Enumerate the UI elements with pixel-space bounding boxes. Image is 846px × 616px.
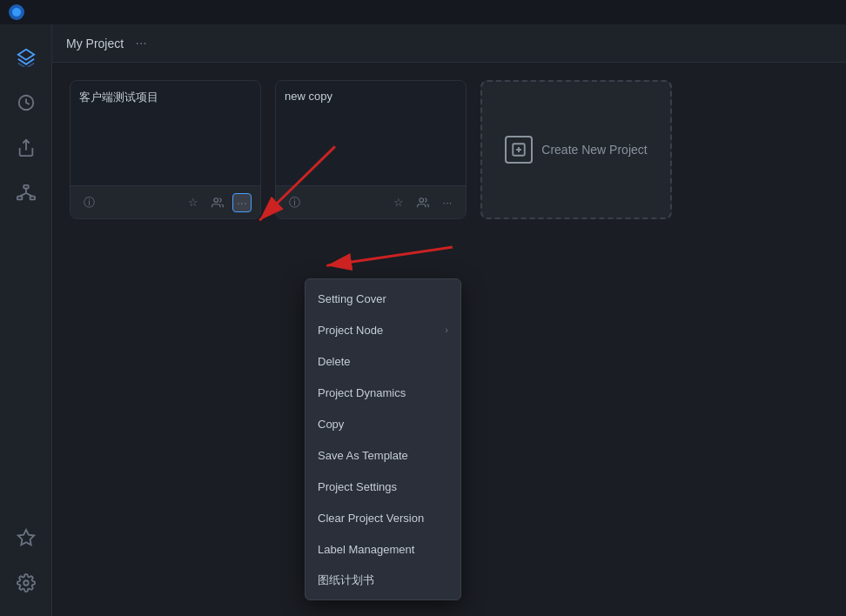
svg-point-12 xyxy=(24,580,29,586)
project-card-2-title: new copy xyxy=(285,90,332,103)
svg-marker-11 xyxy=(17,530,33,545)
project-card-1-dots-btn[interactable]: ··· xyxy=(232,193,252,212)
project-card-1-info-btn[interactable]: ⓘ xyxy=(79,193,98,212)
content-header: My Project ··· xyxy=(52,24,846,63)
context-menu-item-setting-cover[interactable]: Setting Cover xyxy=(306,283,460,314)
logo xyxy=(7,3,26,22)
project-card-1-title: 客户端测试项目 xyxy=(79,90,158,105)
svg-point-14 xyxy=(420,198,424,202)
context-menu-item-delete[interactable]: Delete xyxy=(306,345,460,377)
sidebar-item-layers[interactable] xyxy=(7,38,45,77)
sidebar-item-settings[interactable] xyxy=(7,564,45,602)
sidebar-item-share[interactable] xyxy=(7,129,45,167)
content-area: My Project ··· 客户端测试项目 ⓘ ☆ xyxy=(52,24,846,616)
project-card-2-users-btn[interactable] xyxy=(413,193,433,212)
sidebar-item-favorites[interactable] xyxy=(7,519,45,557)
project-card-2[interactable]: new copy ⓘ ☆ xyxy=(275,80,467,219)
context-menu-item-label-management[interactable]: Label Management xyxy=(306,533,460,565)
project-card-1-star-btn[interactable]: ☆ xyxy=(184,193,203,212)
svg-point-13 xyxy=(214,198,218,202)
context-menu-item-blueprint[interactable]: 图纸计划书 xyxy=(306,565,460,596)
context-menu-item-project-node[interactable]: Project Node › xyxy=(306,314,460,345)
context-menu: Setting Cover Project Node › Delete Proj… xyxy=(305,278,461,600)
svg-marker-2 xyxy=(17,50,33,60)
top-bar xyxy=(0,0,846,24)
project-card-1[interactable]: 客户端测试项目 ⓘ ☆ xyxy=(70,80,261,219)
project-card-2-info-btn[interactable]: ⓘ xyxy=(285,193,304,212)
project-card-1-users-btn[interactable] xyxy=(208,193,227,212)
create-new-project-card[interactable]: Create New Project xyxy=(480,80,672,219)
svg-point-1 xyxy=(12,8,21,17)
svg-rect-6 xyxy=(17,197,22,200)
project-card-2-footer: ⓘ ☆ ··· xyxy=(276,185,466,218)
page-title: My Project xyxy=(66,37,124,50)
project-card-2-star-btn[interactable]: ☆ xyxy=(389,193,408,212)
svg-line-21 xyxy=(326,247,453,265)
header-more-button[interactable]: ··· xyxy=(131,33,151,54)
project-card-2-dots-btn[interactable]: ··· xyxy=(438,193,457,212)
project-card-1-footer: ⓘ ☆ ··· xyxy=(70,185,260,218)
context-menu-item-save-as-template[interactable]: Save As Template xyxy=(306,439,460,471)
sidebar-item-history[interactable] xyxy=(7,84,45,122)
svg-line-10 xyxy=(26,193,32,197)
context-menu-item-clear-project-version[interactable]: Clear Project Version xyxy=(306,502,460,533)
svg-rect-7 xyxy=(30,197,35,200)
projects-grid: 客户端测试项目 ⓘ ☆ xyxy=(52,63,846,237)
chevron-right-icon: › xyxy=(445,325,448,335)
sidebar xyxy=(0,24,52,616)
sidebar-item-network[interactable] xyxy=(7,174,45,212)
project-card-1-body: 客户端测试项目 xyxy=(70,81,260,185)
svg-rect-5 xyxy=(24,185,29,189)
context-menu-item-project-dynamics[interactable]: Project Dynamics xyxy=(306,377,460,408)
project-card-2-body: new copy xyxy=(276,81,466,185)
context-menu-item-project-settings[interactable]: Project Settings xyxy=(306,471,460,502)
context-menu-item-copy[interactable]: Copy xyxy=(306,408,460,439)
create-new-project-label: Create New Project xyxy=(541,143,647,157)
svg-line-9 xyxy=(19,193,25,197)
create-icon xyxy=(505,136,533,164)
